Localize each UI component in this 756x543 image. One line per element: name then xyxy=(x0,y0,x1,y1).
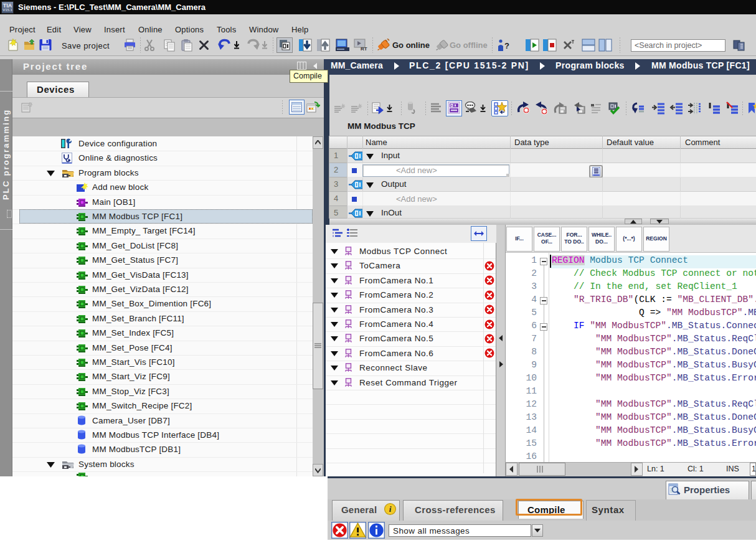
svg-text:RT: RT xyxy=(361,46,367,52)
svg-text:i: i xyxy=(389,504,392,514)
svg-text:?: ? xyxy=(504,41,509,50)
